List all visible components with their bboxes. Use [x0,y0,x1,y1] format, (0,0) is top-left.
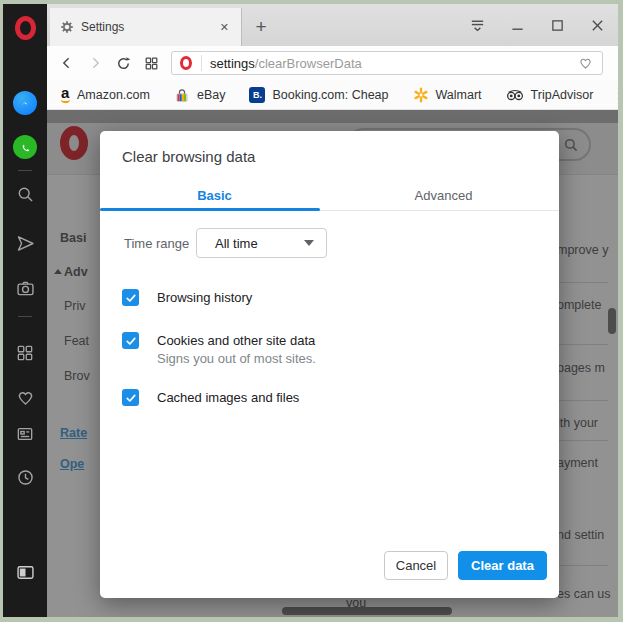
maximize-button[interactable] [544,12,570,38]
sidebar-divider [18,170,32,171]
settings-link-opera[interactable]: Ope [60,457,84,471]
new-tab-button[interactable]: + [247,12,275,42]
messenger-icon [13,91,37,115]
address-bar[interactable]: settings/clearBrowserData [171,51,603,75]
checkbox-label: Cached images and files [157,389,299,406]
heart-icon [15,387,36,408]
opera-menu-button[interactable] [3,10,47,46]
settings-nav-basic[interactable]: Basi [60,231,86,245]
time-range-label: Time range [124,236,196,251]
bookmark-ebay[interactable]: eBay [174,87,226,103]
time-range-select[interactable]: All time [196,228,327,258]
bg-text-fragment: pages m [557,361,605,375]
bookmark-tripadvisor[interactable]: TripAdvisor [506,88,594,102]
checkmark-icon [125,335,137,347]
sidebar-item-bookmarks[interactable] [3,386,47,408]
checkmark-icon [125,392,137,404]
site-badge-icon [180,56,192,70]
tab-close-button[interactable]: ✕ [216,19,233,36]
horizontal-scrollbar-thumb[interactable] [282,607,452,615]
reload-icon [115,55,132,72]
forward-icon [87,55,103,71]
bookmark-amazon[interactable]: a Amazon.com [61,87,150,103]
sidebar-item-whatsapp[interactable] [3,131,47,163]
dropdown-arrow-icon [304,240,314,246]
sidebar-toggle-button[interactable] [3,560,47,584]
url-separator [201,55,202,71]
tiles-icon [144,56,159,71]
sidebar-item-snapshot[interactable] [3,276,47,300]
browsing-history-checkbox[interactable] [122,289,139,306]
reload-button[interactable] [109,55,137,72]
desktop-background: Settings ✕ + [0,0,623,622]
sidebar-item-flow[interactable] [3,230,47,256]
sidebar-item-history[interactable] [3,466,47,488]
settings-link-rate[interactable]: Rate [60,426,87,440]
bookmark-label: Booking.com: Cheap [272,88,388,102]
dialog-actions: Cancel Clear data [384,551,547,580]
bookmark-walmart[interactable]: Walmart [413,87,482,103]
speed-dial-button[interactable] [137,56,165,71]
bookmark-label: eBay [197,88,226,102]
page-top-strip [47,110,618,123]
heart-icon[interactable] [577,55,594,71]
settings-nav-privacy[interactable]: Priv [64,299,86,313]
forward-button[interactable] [81,55,109,71]
tab-basic[interactable]: Basic [100,179,329,211]
checkbox-label: Cookies and other site data [157,332,316,349]
checkbox-sublabel: Signs you out of most sites. [157,351,316,366]
dialog-tabs: Basic Advanced [100,179,559,211]
clear-browsing-data-dialog: Clear browsing data Basic Advanced Time … [100,131,559,598]
ebay-icon [174,87,190,103]
navigation-toolbar: settings/clearBrowserData [47,46,618,80]
back-icon [59,55,75,71]
cookies-checkbox[interactable] [122,332,139,349]
bg-text-fragment: ayment [557,456,598,470]
tab-title: Settings [81,20,216,34]
settings-nav-features[interactable]: Feat [64,334,89,348]
bg-text-fragment: omplete [557,298,601,312]
checkbox-row-cached-images: Cached images and files [122,389,299,406]
bg-text-fragment: mprove y [557,243,608,257]
sidebar-item-speed-dial[interactable] [3,342,47,364]
gear-icon [60,20,74,34]
sidebar-item-search[interactable] [3,182,47,206]
checkbox-row-cookies: Cookies and other site data Signs you ou… [122,332,316,366]
bookmarks-overflow-button[interactable]: » [617,87,618,103]
sidebar-item-news[interactable] [3,423,47,445]
url-text: settings/clearBrowserData [210,56,577,71]
settings-page-content: Basi Adv Priv Feat Brov Rate Ope mprove … [47,110,618,617]
vertical-scrollbar-thumb[interactable] [608,308,616,334]
bookmark-booking[interactable]: B. Booking.com: Cheap [249,87,388,103]
bookmark-label: TripAdvisor [531,88,594,102]
cancel-button[interactable]: Cancel [384,551,448,580]
time-range-row: Time range All time [124,228,524,258]
browser-sidebar [3,4,47,617]
amazon-icon: a [61,87,70,103]
cached-images-checkbox[interactable] [122,389,139,406]
sidebar-item-messenger[interactable] [3,87,47,119]
url-path: /clearBrowserData [255,56,362,71]
bg-text-fragment: nd settin [557,528,604,542]
opera-logo-dimmed [60,126,88,160]
tab-menu-button[interactable] [464,12,490,38]
tab-menu-icon [469,17,486,34]
close-window-button[interactable] [584,12,610,38]
time-range-value: All time [215,236,304,251]
clock-icon [15,467,36,488]
paper-plane-icon [15,233,36,254]
settings-nav-advanced[interactable]: Adv [64,265,88,279]
minimize-button[interactable] [504,12,530,38]
bg-text-fragment: es can us [557,587,611,601]
tab-advanced[interactable]: Advanced [329,179,558,211]
checkmark-icon [125,292,137,304]
back-button[interactable] [53,55,81,71]
opera-browser-window: Settings ✕ + [3,4,618,617]
whatsapp-icon [13,135,37,159]
sidebar-divider [18,316,32,317]
news-icon [15,424,35,444]
settings-nav-browser[interactable]: Brov [64,369,90,383]
clear-data-button[interactable]: Clear data [458,551,547,580]
tab-settings[interactable]: Settings ✕ [50,8,242,46]
minimize-icon [511,19,524,32]
